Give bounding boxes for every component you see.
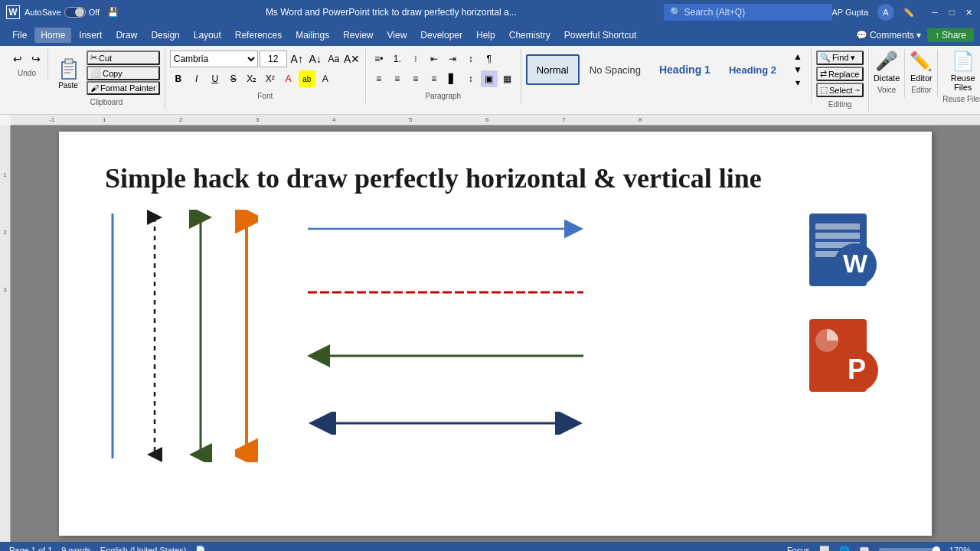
- menu-powerful-shortcut[interactable]: Powerful Shortcut: [558, 28, 643, 43]
- comments-button[interactable]: 💬 Comments ▾: [856, 30, 921, 41]
- paragraph-group: ≡• 1. ⁝ ⇤ ⇥ ↕ ¶ ≡ ≡ ≡ ≡ ▋ ↕ ▣ ▦ Paragrap…: [366, 49, 521, 103]
- dictate-label: Dictate: [874, 73, 900, 83]
- bullets-button[interactable]: ≡•: [371, 51, 387, 67]
- replace-icon: ⇄: [820, 69, 827, 79]
- web-layout-icon[interactable]: 🌐: [839, 546, 850, 552]
- style-normal[interactable]: Normal: [526, 54, 580, 85]
- format-painter-button[interactable]: 🖌 Format Painter: [87, 81, 160, 95]
- ribbon-toggle-icon[interactable]: ✏️: [903, 8, 914, 18]
- menu-layout[interactable]: Layout: [188, 28, 227, 43]
- select-label: Select ~: [829, 86, 860, 95]
- align-row: ≡ ≡ ≡ ≡ ▋ ↕ ▣ ▦: [371, 70, 516, 87]
- line-spacing-button[interactable]: ↕: [462, 70, 479, 87]
- print-layout-icon[interactable]: ⬜: [819, 546, 830, 552]
- focus-button[interactable]: Focus: [787, 546, 810, 551]
- superscript-button[interactable]: X²: [262, 70, 279, 87]
- menu-mailings[interactable]: Mailings: [289, 28, 335, 43]
- font-size-input[interactable]: [260, 51, 287, 67]
- ruler-mark-3h: 3: [256, 115, 259, 125]
- menu-design[interactable]: Design: [145, 28, 185, 43]
- word-icon-large: W: [802, 210, 886, 296]
- decrease-indent-button[interactable]: ⇤: [426, 51, 443, 67]
- ruler-mark-8h: 8: [639, 115, 642, 125]
- font-color-button[interactable]: A: [280, 70, 297, 87]
- menu-developer[interactable]: Developer: [414, 28, 469, 43]
- read-mode-icon[interactable]: 📖: [859, 546, 870, 552]
- menu-view[interactable]: View: [381, 28, 413, 43]
- align-left-button[interactable]: ≡: [371, 70, 387, 87]
- app-icons: W: [802, 210, 886, 402]
- ruler-mark-5h: 5: [409, 115, 412, 125]
- undo-button[interactable]: ↩: [9, 51, 26, 67]
- align-center-button[interactable]: ≡: [389, 70, 406, 87]
- clear-format-button[interactable]: A✕: [344, 51, 361, 67]
- paste-button[interactable]: Paste: [53, 54, 83, 91]
- copy-button[interactable]: ⬜ Copy: [87, 66, 160, 80]
- show-marks-button[interactable]: ¶: [481, 51, 498, 67]
- close-button[interactable]: ✕: [963, 7, 974, 18]
- zoom-level: 170%: [949, 546, 971, 551]
- zoom-knob: [933, 546, 940, 551]
- font-grow-button[interactable]: A↑: [289, 51, 305, 67]
- format-painter-label: Format Painter: [100, 83, 156, 93]
- save-icon[interactable]: 💾: [107, 7, 119, 18]
- editing-controls: 🔍 Find ▾ ⇄ Replace ⬚ Select ~: [816, 51, 864, 97]
- menu-review[interactable]: Review: [337, 28, 379, 43]
- styles-scroll-down[interactable]: ▼: [789, 64, 806, 76]
- menu-references[interactable]: References: [229, 28, 288, 43]
- copy-label: Copy: [103, 69, 122, 78]
- language: English (United States): [100, 546, 187, 551]
- menu-draw[interactable]: Draw: [109, 28, 143, 43]
- find-button[interactable]: 🔍 Find ▾: [816, 51, 864, 65]
- shading-button[interactable]: ▣: [481, 70, 498, 87]
- horizontal-arrows-group: [304, 210, 786, 437]
- strikethrough-button[interactable]: S: [225, 70, 242, 87]
- editor-group: ✏️ Editor Editor: [905, 49, 938, 97]
- zoom-slider[interactable]: [879, 548, 940, 551]
- maximize-button[interactable]: □: [946, 7, 957, 18]
- font-name-select[interactable]: Cambria: [170, 51, 258, 67]
- change-case-button[interactable]: Aa: [325, 51, 342, 67]
- bold-button[interactable]: B: [170, 70, 187, 87]
- replace-button[interactable]: ⇄ Replace: [816, 67, 864, 81]
- sort-button[interactable]: ↕: [462, 51, 479, 67]
- blue-vertical-line: [105, 210, 120, 462]
- multilevel-button[interactable]: ⁝: [407, 51, 424, 67]
- cut-button[interactable]: ✂ Cut: [87, 51, 160, 65]
- ribbon: ↩ ↪ Undo Paste ✂: [0, 46, 980, 115]
- menu-insert[interactable]: Insert: [73, 28, 108, 43]
- highlight-button[interactable]: ab: [299, 70, 315, 87]
- styles-scroll-up[interactable]: ▲: [789, 51, 806, 63]
- menu-chemistry[interactable]: Chemistry: [503, 28, 557, 43]
- share-button[interactable]: ↑ Share: [927, 28, 974, 42]
- menu-help[interactable]: Help: [470, 28, 501, 43]
- borders-button[interactable]: ▦: [499, 70, 516, 87]
- redo-button[interactable]: ↪: [28, 51, 44, 67]
- styles-expand[interactable]: ▾: [789, 77, 806, 89]
- search-bar[interactable]: 🔍 Search (Alt+Q): [664, 4, 832, 21]
- svg-text:W: W: [843, 249, 868, 278]
- select-button[interactable]: ⬚ Select ~: [816, 83, 864, 97]
- italic-button[interactable]: I: [188, 70, 205, 87]
- menu-file[interactable]: File: [6, 28, 33, 43]
- autosave-label: AutoSave: [24, 8, 61, 17]
- font-shrink-button[interactable]: A↓: [307, 51, 324, 67]
- numbering-button[interactable]: 1.: [389, 51, 406, 67]
- columns-button[interactable]: ▋: [444, 70, 461, 87]
- style-heading2[interactable]: Heading 2: [720, 54, 785, 85]
- style-heading1[interactable]: Heading 1: [651, 54, 719, 85]
- underline-button[interactable]: U: [207, 70, 224, 87]
- dark-blue-double-arrow: [304, 412, 786, 437]
- align-right-button[interactable]: ≡: [407, 70, 424, 87]
- autosave-toggle[interactable]: [64, 7, 86, 18]
- document-scroll[interactable]: Simple hack to draw perfectly horizontal…: [11, 126, 980, 542]
- subscript-button[interactable]: X₂: [243, 70, 260, 87]
- text-effects-button[interactable]: A: [317, 70, 334, 87]
- justify-button[interactable]: ≡: [426, 70, 443, 87]
- search-icon: 🔍: [670, 7, 681, 18]
- menu-home[interactable]: Home: [34, 28, 71, 43]
- increase-indent-button[interactable]: ⇥: [444, 51, 461, 67]
- minimize-button[interactable]: ─: [929, 7, 940, 18]
- style-no-spacing[interactable]: No Spacing: [581, 54, 649, 85]
- autosave-control[interactable]: AutoSave Off: [24, 7, 100, 18]
